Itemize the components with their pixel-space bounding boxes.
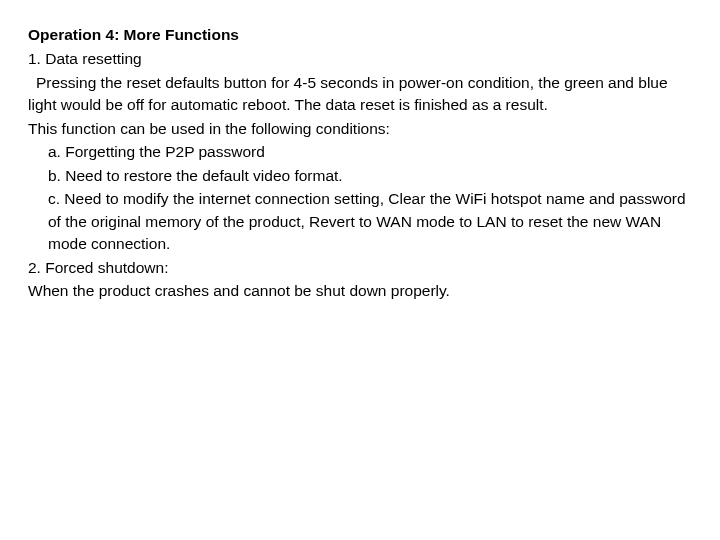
subitem-b: b. Need to restore the default video for… <box>28 165 692 187</box>
section-1-heading: 1. Data resetting <box>28 48 692 70</box>
section-2-para-1: When the product crashes and cannot be s… <box>28 280 692 302</box>
subitem-c: c. Need to modify the internet connectio… <box>28 188 692 255</box>
section-1-para-2: This function can be used in the followi… <box>28 118 692 140</box>
section-2-heading: 2. Forced shutdown: <box>28 257 692 279</box>
section-1-para-1: Pressing the reset defaults button for 4… <box>28 72 692 117</box>
subitem-a: a. Forgetting the P2P password <box>28 141 692 163</box>
page-title: Operation 4: More Functions <box>28 24 692 46</box>
